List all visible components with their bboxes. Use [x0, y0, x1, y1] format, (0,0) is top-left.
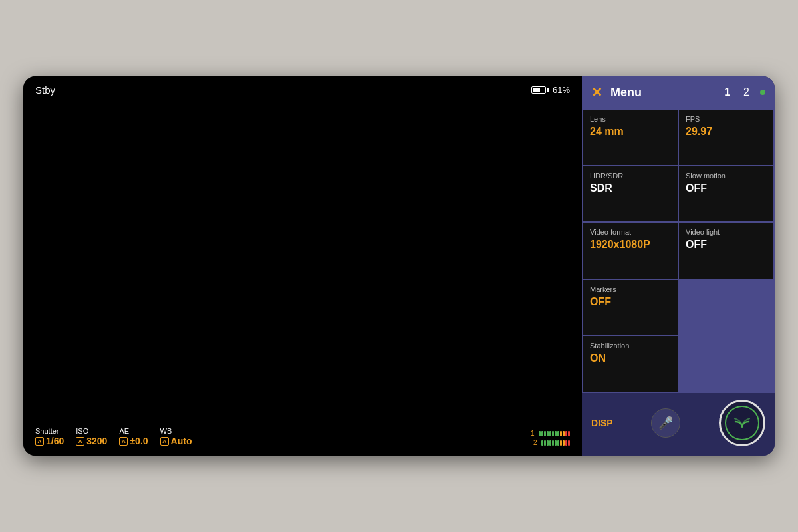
disp-button[interactable]: DISP [591, 418, 613, 428]
shutter-value: A 1/60 [35, 436, 64, 446]
viewfinder-top: Stby 61% [23, 76, 582, 104]
video-format-cell[interactable]: Video format 1920x1080P [583, 223, 678, 278]
level-bar [549, 431, 551, 436]
lens-cell-label: Lens [590, 115, 671, 123]
shutter-param: Shutter A 1/60 [35, 427, 64, 446]
level-num-2: 2 [533, 439, 539, 446]
battery-icon [531, 86, 549, 94]
wb-value: A Auto [160, 436, 192, 446]
hdr-sdr-cell-label: HDR/SDR [590, 172, 671, 180]
stabilization-cell[interactable]: Stabilization ON [583, 336, 678, 392]
battery-info: 61% [531, 85, 570, 95]
iso-value: A 3200 [76, 436, 107, 446]
viewfinder: Stby 61% Shutter A 1/60 [23, 76, 582, 456]
level-row-2: 2 [533, 439, 570, 446]
level-bar-red [568, 431, 570, 436]
level-bar-red [565, 440, 567, 446]
wb-label: WB [160, 427, 172, 435]
mic-button[interactable]: 🎤 [651, 408, 680, 438]
level-bars-2 [541, 440, 570, 446]
fps-cell-label: FPS [686, 115, 767, 123]
markers-cell-label: Markers [590, 285, 671, 293]
close-button[interactable]: ✕ [591, 84, 602, 100]
status-dot [760, 90, 765, 95]
menu-title: Menu [610, 86, 714, 100]
phone-body: Stby 61% Shutter A 1/60 [23, 76, 775, 456]
battery-fill [533, 88, 540, 92]
stabilization-cell-label: Stabilization [590, 342, 671, 350]
wb-auto-badge: A [160, 437, 169, 446]
svg-point-0 [741, 425, 743, 428]
shutter-auto-badge: A [35, 437, 44, 446]
menu-page-1[interactable]: 1 [722, 85, 733, 100]
level-bar [557, 431, 559, 436]
ae-param: AE A ±0.0 [119, 427, 148, 446]
slow-motion-cell-value: OFF [686, 182, 767, 194]
menu-page-2[interactable]: 2 [741, 85, 752, 100]
ae-auto-badge: A [119, 437, 128, 446]
level-bars-1 [539, 431, 570, 436]
menu-grid: Lens 24 mm FPS 29.97 HDR/SDR SDR Slow mo… [582, 108, 775, 393]
video-light-cell-value: OFF [686, 239, 767, 251]
level-bar [555, 431, 557, 436]
hdr-sdr-cell[interactable]: HDR/SDR SDR [583, 166, 678, 221]
level-bar [549, 440, 551, 446]
iso-label: ISO [76, 427, 88, 435]
level-bar [557, 440, 559, 446]
level-row-1: 1 [531, 430, 570, 437]
iso-auto-badge: A [76, 437, 84, 446]
wifi-icon [734, 415, 750, 432]
menu-header: ✕ Menu 1 2 [582, 76, 775, 108]
video-light-cell-label: Video light [686, 228, 767, 236]
battery-body [531, 86, 546, 94]
battery-percent: 61% [553, 85, 570, 95]
level-bar-red [565, 431, 567, 436]
camera-params: Shutter A 1/60 ISO A 3200 AE [35, 427, 192, 446]
level-meters: 1 [531, 430, 570, 446]
slow-motion-cell[interactable]: Slow motion OFF [679, 166, 773, 221]
level-bar [547, 440, 549, 446]
level-bar-yellow [563, 440, 565, 446]
markers-cell-value: OFF [590, 296, 671, 308]
video-light-cell[interactable]: Video light OFF [679, 223, 773, 278]
level-bar-yellow [560, 440, 562, 446]
level-bar [552, 431, 554, 436]
level-bar [541, 431, 543, 436]
level-bar [552, 440, 554, 446]
level-num-1: 1 [531, 430, 536, 437]
level-bar-red [568, 440, 570, 446]
ae-value: A ±0.0 [119, 436, 148, 446]
lens-cell[interactable]: Lens 24 mm [583, 110, 678, 165]
menu-bottom: DISP 🎤 [582, 393, 775, 456]
battery-tip [547, 88, 549, 92]
wb-param: WB A Auto [160, 427, 192, 446]
level-bar-yellow [563, 431, 565, 436]
video-format-cell-value: 1920x1080P [590, 239, 671, 251]
level-bar [544, 440, 546, 446]
iso-param: ISO A 3200 [76, 427, 107, 446]
hdr-sdr-cell-value: SDR [590, 182, 671, 194]
level-bar [539, 431, 541, 436]
mic-icon: 🎤 [658, 416, 673, 430]
level-bar [544, 431, 546, 436]
record-button[interactable] [719, 400, 765, 446]
video-format-cell-label: Video format [590, 228, 671, 236]
viewfinder-bottom: Shutter A 1/60 ISO A 3200 AE [23, 420, 582, 456]
level-bar [555, 440, 557, 446]
stabilization-empty-cell [679, 336, 773, 392]
stby-label: Stby [35, 84, 55, 96]
menu-panel: ✕ Menu 1 2 Lens 24 mm FPS 29.97 HDR/SDR … [582, 76, 775, 456]
level-bar [547, 431, 549, 436]
markers-cell[interactable]: Markers OFF [583, 280, 678, 335]
level-bar-yellow [560, 431, 562, 436]
shutter-label: Shutter [35, 427, 59, 435]
slow-motion-cell-label: Slow motion [686, 172, 767, 180]
record-inner [725, 406, 759, 440]
fps-cell-value: 29.97 [686, 126, 767, 138]
markers-empty-cell [679, 280, 773, 335]
lens-cell-value: 24 mm [590, 126, 671, 138]
level-bar [541, 440, 543, 446]
stabilization-cell-value: ON [590, 352, 671, 364]
ae-label: AE [119, 427, 129, 435]
fps-cell[interactable]: FPS 29.97 [679, 110, 773, 165]
